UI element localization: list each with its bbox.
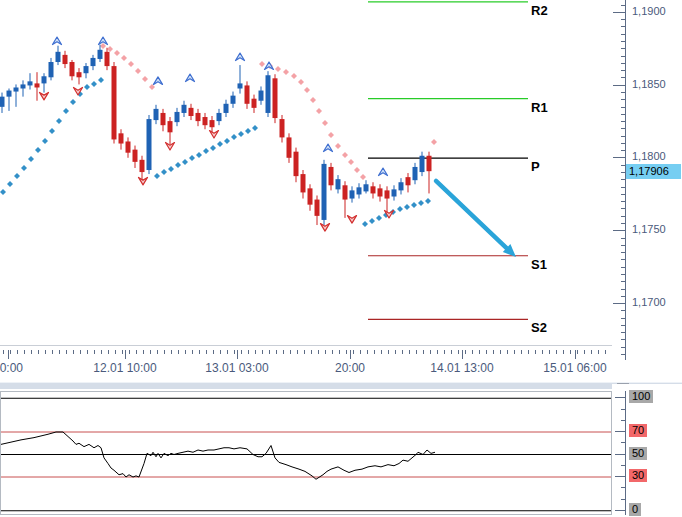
sar-dot xyxy=(369,218,375,224)
oscillator-minor-tick xyxy=(621,487,625,488)
oscillator-minor-tick xyxy=(621,499,625,500)
price-minor-tick xyxy=(621,107,625,108)
candle xyxy=(91,58,96,66)
oscillator-plot[interactable] xyxy=(0,391,612,515)
sar-dot xyxy=(342,152,348,158)
time-minor-tick xyxy=(521,350,522,354)
price-chart-plot[interactable]: R2R1PS1S2 xyxy=(0,0,613,346)
sar-dot xyxy=(70,99,76,105)
time-minor-tick xyxy=(164,350,165,354)
candle xyxy=(210,120,215,127)
sar-dot xyxy=(91,81,97,87)
price-major-tick xyxy=(613,157,625,158)
time-minor-tick xyxy=(38,350,39,354)
time-minor-tick xyxy=(255,350,256,354)
price-axis[interactable]: 1,19001,18501,18001,17501,17001,17906 xyxy=(612,0,682,382)
candle xyxy=(105,52,110,66)
price-minor-tick xyxy=(621,63,625,64)
price-tick-label: 1,1800 xyxy=(632,150,666,163)
price-minor-tick xyxy=(621,310,625,311)
sar-dot xyxy=(161,169,167,175)
sar-dot xyxy=(28,156,34,162)
oscillator-level-label: 50 xyxy=(629,447,647,460)
sar-dot xyxy=(196,152,202,158)
price-minor-tick xyxy=(621,325,625,326)
time-minor-tick xyxy=(472,350,473,354)
candle xyxy=(427,156,432,171)
price-major-tick xyxy=(613,12,625,13)
price-minor-tick xyxy=(621,296,625,297)
oscillator-level-label: 0 xyxy=(629,503,641,516)
time-tick-label: 12.01 10:00 xyxy=(93,361,156,375)
price-minor-tick xyxy=(621,19,625,20)
candle xyxy=(266,75,271,113)
time-minor-tick xyxy=(227,350,228,354)
sar-dot xyxy=(42,138,48,144)
fractal-up-arrow-icon xyxy=(379,168,388,176)
candle xyxy=(371,186,376,193)
time-major-tick xyxy=(8,350,9,359)
sar-dot xyxy=(56,118,62,124)
price-tick-label: 1,1850 xyxy=(632,78,666,91)
trend-arrow[interactable] xyxy=(436,181,507,248)
sar-dot xyxy=(259,61,265,67)
fractal-down-arrow-icon xyxy=(139,177,148,185)
time-minor-tick xyxy=(381,350,382,354)
fractal-down-arrow-icon xyxy=(210,131,219,139)
time-minor-tick xyxy=(367,350,368,354)
time-minor-tick xyxy=(451,350,452,354)
candle xyxy=(385,190,390,198)
time-minor-tick xyxy=(192,350,193,354)
candle xyxy=(399,182,404,190)
time-minor-tick xyxy=(115,350,116,354)
time-minor-tick xyxy=(283,350,284,354)
sar-dot xyxy=(142,76,148,82)
time-minor-tick xyxy=(234,350,235,354)
sar-dot xyxy=(168,166,174,172)
time-minor-tick xyxy=(416,350,417,354)
fractal-up-arrow-icon xyxy=(186,74,195,82)
price-minor-tick xyxy=(621,252,625,253)
oscillator-major-tick xyxy=(615,510,625,511)
oscillator-axis[interactable]: 1007050300 xyxy=(612,384,682,517)
candle xyxy=(406,177,411,185)
panel-splitter[interactable] xyxy=(0,382,682,389)
time-minor-tick xyxy=(262,350,263,354)
sar-dot xyxy=(175,162,181,168)
time-minor-tick xyxy=(94,350,95,354)
time-minor-tick xyxy=(605,350,606,354)
time-minor-tick xyxy=(493,350,494,354)
sar-dot xyxy=(121,55,127,61)
time-axis[interactable]: 00:0012.01 10:0013.01 03:0020:0014.01 13… xyxy=(0,346,682,382)
time-minor-tick xyxy=(486,350,487,354)
candle xyxy=(287,137,292,157)
price-minor-tick xyxy=(621,274,625,275)
time-minor-tick xyxy=(304,350,305,354)
time-minor-tick xyxy=(430,350,431,354)
time-minor-tick xyxy=(479,350,480,354)
candle xyxy=(112,66,117,139)
candle xyxy=(63,55,68,64)
oscillator-major-tick xyxy=(615,397,625,398)
candle xyxy=(189,108,194,116)
time-minor-tick xyxy=(535,350,536,354)
time-minor-tick xyxy=(199,350,200,354)
time-minor-tick xyxy=(584,350,585,354)
candle xyxy=(56,52,61,62)
time-minor-tick xyxy=(591,350,592,354)
time-minor-tick xyxy=(157,350,158,354)
price-minor-tick xyxy=(621,56,625,57)
time-minor-tick xyxy=(353,350,354,354)
time-minor-tick xyxy=(3,350,4,354)
pivot-label-r1: R1 xyxy=(531,101,548,114)
time-minor-tick xyxy=(444,350,445,354)
time-minor-tick xyxy=(150,350,151,354)
sar-dot xyxy=(252,125,258,131)
time-minor-tick xyxy=(129,350,130,354)
candle xyxy=(301,174,306,192)
oscillator-major-tick xyxy=(615,431,625,432)
sar-dot xyxy=(316,108,322,114)
sar-dot xyxy=(135,68,141,74)
oscillator-minor-tick xyxy=(621,409,625,410)
sar-dot xyxy=(238,131,244,137)
